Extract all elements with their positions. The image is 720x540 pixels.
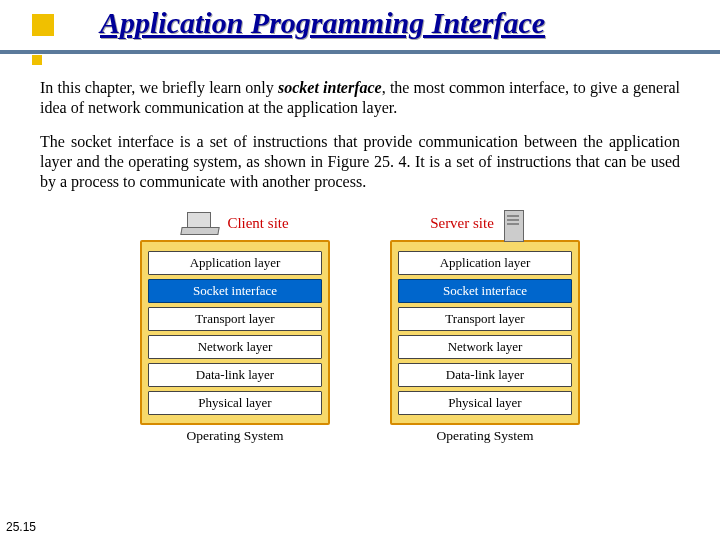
decor-square-small xyxy=(32,55,42,65)
client-os-label: Operating System xyxy=(186,428,283,444)
server-layer-datalink: Data-link layer xyxy=(398,363,572,387)
paragraph-1: In this chapter, we briefly learn only s… xyxy=(40,78,680,118)
p1-run1: In this chapter, we briefly learn only xyxy=(40,79,278,96)
slide-header: Application Programming Interface xyxy=(0,0,720,70)
slide-title: Application Programming Interface xyxy=(100,6,545,40)
decor-rule xyxy=(0,50,720,54)
client-layer-socket: Socket interface xyxy=(148,279,322,303)
server-column: Server site Application layer Socket int… xyxy=(380,206,590,444)
server-layer-network: Network layer xyxy=(398,335,572,359)
client-layer-app: Application layer xyxy=(148,251,322,275)
client-stack: Application layer Socket interface Trans… xyxy=(140,240,330,425)
laptop-icon xyxy=(181,212,217,234)
server-layer-app: Application layer xyxy=(398,251,572,275)
p1-keyword: socket interface xyxy=(278,79,382,96)
server-header: Server site xyxy=(430,206,540,240)
client-site-label: Client site xyxy=(227,215,288,232)
figure-stacks: Client site Application layer Socket int… xyxy=(0,206,720,444)
client-column: Client site Application layer Socket int… xyxy=(130,206,340,444)
slide-body: In this chapter, we briefly learn only s… xyxy=(0,70,720,192)
server-layer-socket: Socket interface xyxy=(398,279,572,303)
server-os-label: Operating System xyxy=(436,428,533,444)
server-stack: Application layer Socket interface Trans… xyxy=(390,240,580,425)
client-layer-transport: Transport layer xyxy=(148,307,322,331)
paragraph-2: The socket interface is a set of instruc… xyxy=(40,132,680,192)
client-header: Client site xyxy=(181,206,288,240)
client-layer-datalink: Data-link layer xyxy=(148,363,322,387)
client-layer-network: Network layer xyxy=(148,335,322,359)
server-layer-transport: Transport layer xyxy=(398,307,572,331)
decor-square-large xyxy=(32,14,54,36)
page-number: 25.15 xyxy=(6,520,36,534)
server-site-label: Server site xyxy=(430,215,494,232)
server-layer-physical: Physical layer xyxy=(398,391,572,415)
tower-icon xyxy=(504,210,540,236)
client-layer-physical: Physical layer xyxy=(148,391,322,415)
